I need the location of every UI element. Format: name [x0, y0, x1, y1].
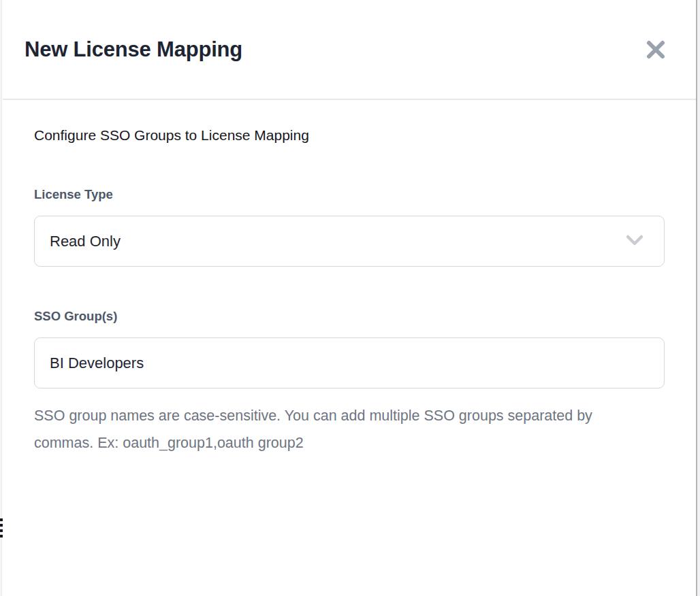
- sso-groups-input[interactable]: [34, 337, 665, 388]
- chevron-down-icon: [624, 233, 645, 250]
- page-edge-right: [697, 0, 700, 596]
- license-type-selected-value: Read Only: [50, 233, 121, 250]
- modal-title: New License Mapping: [25, 37, 242, 62]
- modal-subtitle: Configure SSO Groups to License Mapping: [34, 127, 665, 144]
- page-edge-left: [0, 0, 2, 596]
- sso-groups-label: SSO Group(s): [34, 309, 665, 324]
- license-type-label: License Type: [34, 187, 665, 202]
- x-icon: [644, 52, 667, 63]
- sso-groups-helper-text: SSO group names are case-sensitive. You …: [34, 402, 609, 457]
- license-type-select[interactable]: Read Only: [34, 216, 665, 267]
- background-list-icon-fragment: [0, 518, 3, 539]
- modal-header: New License Mapping: [3, 0, 696, 100]
- license-type-field: License Type Read Only: [34, 187, 665, 267]
- new-license-mapping-modal: New License Mapping Configure SSO Groups…: [3, 0, 696, 596]
- page: New License Mapping Configure SSO Groups…: [0, 0, 700, 596]
- sso-groups-field: SSO Group(s) SSO group names are case-se…: [34, 309, 665, 457]
- modal-body: Configure SSO Groups to License Mapping …: [3, 100, 696, 457]
- close-button[interactable]: [644, 39, 667, 61]
